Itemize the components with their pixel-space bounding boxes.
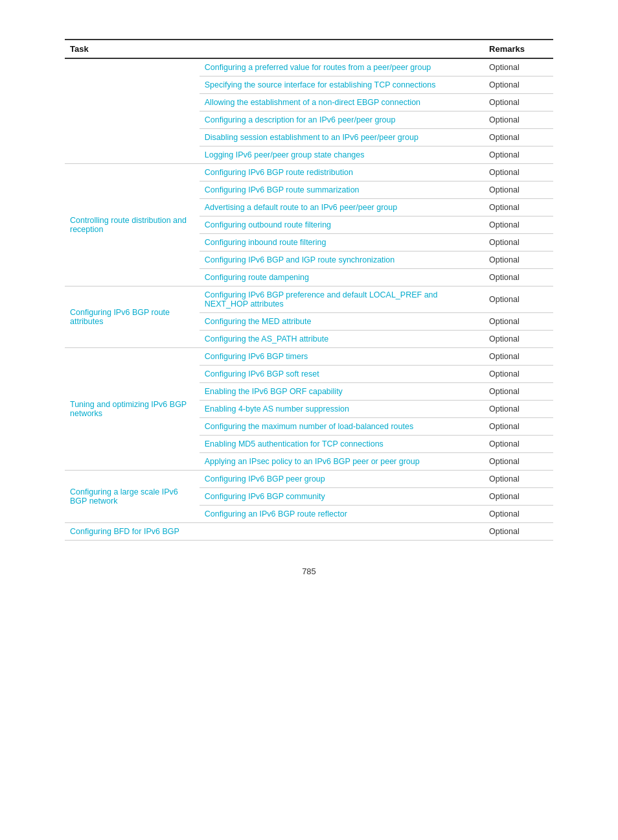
task-link-cell[interactable]: Configuring IPv6 BGP timers: [200, 348, 484, 366]
table-row: Configuring a large scale IPv6 BGP netwo…: [65, 471, 553, 488]
remarks-cell: Optional: [484, 146, 553, 164]
task-link-cell[interactable]: Configuring the maximum number of load-b…: [200, 418, 484, 436]
task-link-cell[interactable]: Configuring IPv6 BGP preference and defa…: [200, 286, 484, 313]
task-group-cell[interactable]: Configuring a large scale IPv6 BGP netwo…: [65, 471, 200, 523]
task-link-cell[interactable]: Configuring the MED attribute: [200, 313, 484, 331]
remarks-cell: Optional: [484, 164, 553, 181]
task-link-cell[interactable]: Specifying the source interface for esta…: [200, 76, 484, 94]
table-body: Configuring a preferred value for routes…: [65, 58, 553, 541]
table-wrapper: Task Remarks Configuring a preferred val…: [65, 39, 553, 541]
page-number: 785: [302, 566, 316, 576]
table-row: Configuring a preferred value for routes…: [65, 58, 553, 76]
remarks-cell: Optional: [484, 216, 553, 234]
remarks-cell: Optional: [484, 199, 553, 216]
table-row: Configuring IPv6 BGP route attributesCon…: [65, 286, 553, 313]
task-link-cell[interactable]: Configuring a preferred value for routes…: [200, 58, 484, 76]
task-link-cell[interactable]: Configuring inbound route filtering: [200, 234, 484, 251]
remarks-cell: Optional: [484, 269, 553, 286]
remarks-cell: Optional: [484, 418, 553, 436]
page-container: Task Remarks Configuring a preferred val…: [0, 0, 618, 840]
task-group-cell[interactable]: Tuning and optimizing IPv6 BGP networks: [65, 348, 200, 471]
task-link-cell: [200, 523, 484, 541]
task-link-cell[interactable]: Configuring the AS_PATH attribute: [200, 331, 484, 348]
remarks-cell: Optional: [484, 366, 553, 383]
header-link: [200, 40, 484, 58]
remarks-cell: Optional: [484, 453, 553, 471]
task-link-cell[interactable]: Configuring IPv6 BGP community: [200, 488, 484, 506]
remarks-cell: Optional: [484, 94, 553, 111]
task-group-cell[interactable]: Configuring BFD for IPv6 BGP: [65, 523, 200, 541]
remarks-cell: Optional: [484, 58, 553, 76]
remarks-cell: Optional: [484, 523, 553, 541]
task-link-cell[interactable]: Configuring IPv6 BGP route redistributio…: [200, 164, 484, 181]
task-link-cell[interactable]: Enabling the IPv6 BGP ORF capability: [200, 383, 484, 401]
remarks-cell: Optional: [484, 234, 553, 251]
task-link-cell[interactable]: Configuring IPv6 BGP peer group: [200, 471, 484, 488]
task-group-cell[interactable]: Configuring IPv6 BGP route attributes: [65, 286, 200, 348]
remarks-cell: Optional: [484, 401, 553, 418]
remarks-cell: Optional: [484, 506, 553, 523]
remarks-cell: Optional: [484, 129, 553, 146]
task-link-cell[interactable]: Configuring outbound route filtering: [200, 216, 484, 234]
task-link-cell[interactable]: Configuring route dampening: [200, 269, 484, 286]
remarks-cell: Optional: [484, 313, 553, 331]
task-group-cell[interactable]: Controlling route distribution and recep…: [65, 164, 200, 286]
remarks-cell: Optional: [484, 111, 553, 129]
task-link-cell[interactable]: Configuring IPv6 BGP and IGP route synch…: [200, 251, 484, 269]
task-link-cell[interactable]: Enabling MD5 authentication for TCP conn…: [200, 436, 484, 453]
remarks-cell: Optional: [484, 471, 553, 488]
task-link-cell[interactable]: Configuring a description for an IPv6 pe…: [200, 111, 484, 129]
remarks-cell: Optional: [484, 286, 553, 313]
header-task: Task: [65, 40, 200, 58]
task-link-cell[interactable]: Enabling 4-byte AS number suppression: [200, 401, 484, 418]
task-group-cell: [65, 58, 200, 164]
table-row: Configuring BFD for IPv6 BGPOptional: [65, 523, 553, 541]
task-link-cell[interactable]: Logging IPv6 peer/peer group state chang…: [200, 146, 484, 164]
remarks-cell: Optional: [484, 348, 553, 366]
task-link-cell[interactable]: Advertising a default route to an IPv6 p…: [200, 199, 484, 216]
task-link-cell[interactable]: Configuring IPv6 BGP route summarization: [200, 181, 484, 199]
main-table: Task Remarks Configuring a preferred val…: [65, 39, 553, 541]
task-link-cell[interactable]: Allowing the establishment of a non-dire…: [200, 94, 484, 111]
header-remarks: Remarks: [484, 40, 553, 58]
table-header-row: Task Remarks: [65, 40, 553, 58]
remarks-cell: Optional: [484, 251, 553, 269]
remarks-cell: Optional: [484, 76, 553, 94]
task-link-cell[interactable]: Configuring an IPv6 BGP route reflector: [200, 506, 484, 523]
remarks-cell: Optional: [484, 488, 553, 506]
remarks-cell: Optional: [484, 331, 553, 348]
remarks-cell: Optional: [484, 383, 553, 401]
task-link-cell[interactable]: Applying an IPsec policy to an IPv6 BGP …: [200, 453, 484, 471]
task-link-cell[interactable]: Configuring IPv6 BGP soft reset: [200, 366, 484, 383]
remarks-cell: Optional: [484, 181, 553, 199]
task-link-cell[interactable]: Disabling session establishment to an IP…: [200, 129, 484, 146]
table-row: Controlling route distribution and recep…: [65, 164, 553, 181]
table-row: Tuning and optimizing IPv6 BGP networksC…: [65, 348, 553, 366]
remarks-cell: Optional: [484, 436, 553, 453]
